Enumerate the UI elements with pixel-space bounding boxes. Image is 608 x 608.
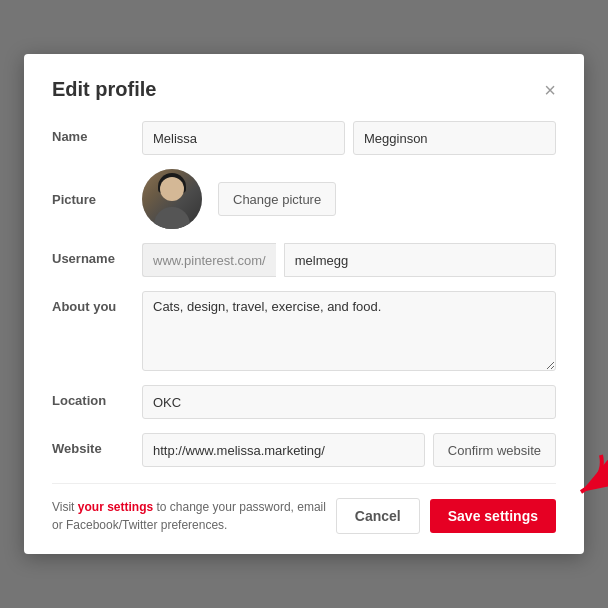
name-label: Name: [52, 121, 142, 144]
about-row: About you Cats, design, travel, exercise…: [52, 291, 556, 371]
save-settings-button[interactable]: Save settings: [430, 499, 556, 533]
username-prefix: www.pinterest.com/: [142, 243, 276, 277]
first-name-input[interactable]: [142, 121, 345, 155]
change-picture-button[interactable]: Change picture: [218, 182, 336, 216]
modal-header: Edit profile ×: [52, 78, 556, 101]
website-label: Website: [52, 433, 142, 456]
about-label: About you: [52, 291, 142, 314]
avatar: [142, 169, 202, 229]
cancel-button[interactable]: Cancel: [336, 498, 420, 534]
username-label: Username: [52, 243, 142, 266]
modal-footer: Visit your settings to change your passw…: [52, 483, 556, 534]
footer-actions: Cancel Save settings: [336, 498, 556, 534]
about-textarea[interactable]: Cats, design, travel, exercise, and food…: [142, 291, 556, 371]
username-row: Username www.pinterest.com/: [52, 243, 556, 277]
modal-title: Edit profile: [52, 78, 156, 101]
confirm-website-button[interactable]: Confirm website: [433, 433, 556, 467]
settings-link[interactable]: your settings: [78, 500, 153, 514]
red-arrow-icon: [551, 447, 608, 502]
edit-profile-modal: Edit profile × Name Picture: [24, 54, 584, 554]
username-input[interactable]: [284, 243, 556, 277]
website-row: Website Confirm website: [52, 433, 556, 467]
footer-text: Visit your settings to change your passw…: [52, 498, 332, 534]
about-controls: Cats, design, travel, exercise, and food…: [142, 291, 556, 371]
location-controls: [142, 385, 556, 419]
location-label: Location: [52, 385, 142, 408]
picture-controls: Change picture: [142, 169, 336, 229]
avatar-image: [142, 169, 202, 229]
confirm-website-wrapper: Confirm website: [433, 433, 556, 467]
website-input[interactable]: [142, 433, 425, 467]
name-row: Name: [52, 121, 556, 155]
avatar-body: [154, 207, 190, 229]
username-controls: www.pinterest.com/: [142, 243, 556, 277]
location-row: Location: [52, 385, 556, 419]
location-input[interactable]: [142, 385, 556, 419]
website-controls: Confirm website: [142, 433, 556, 467]
close-button[interactable]: ×: [544, 80, 556, 100]
picture-label: Picture: [52, 192, 142, 207]
last-name-input[interactable]: [353, 121, 556, 155]
picture-row: Picture Change picture: [52, 169, 556, 229]
avatar-face: [160, 177, 184, 201]
name-controls: [142, 121, 556, 155]
